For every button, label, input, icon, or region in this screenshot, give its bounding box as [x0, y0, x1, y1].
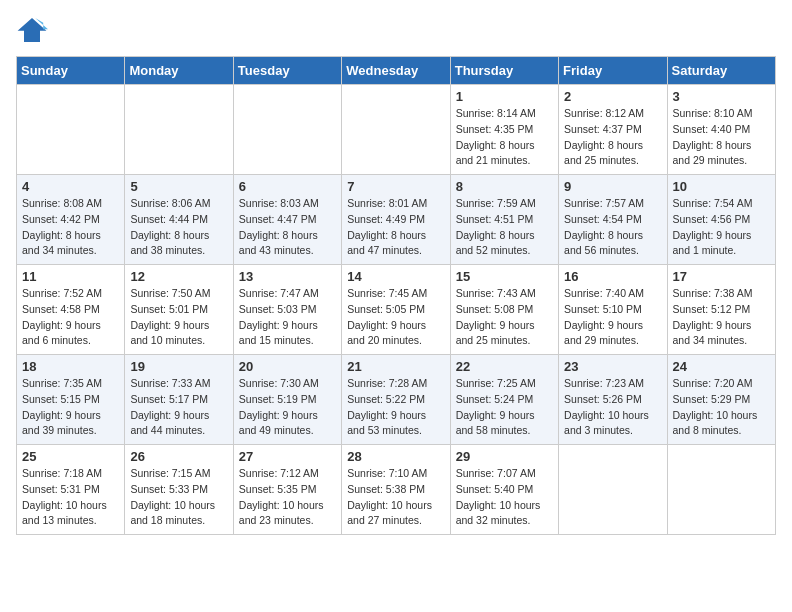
day-number: 12 [130, 269, 227, 284]
day-info: Sunrise: 7:15 AM Sunset: 5:33 PM Dayligh… [130, 466, 227, 529]
calendar-cell [667, 445, 775, 535]
calendar-cell: 24Sunrise: 7:20 AM Sunset: 5:29 PM Dayli… [667, 355, 775, 445]
calendar-cell: 26Sunrise: 7:15 AM Sunset: 5:33 PM Dayli… [125, 445, 233, 535]
day-number: 10 [673, 179, 770, 194]
day-number: 16 [564, 269, 661, 284]
day-info: Sunrise: 7:40 AM Sunset: 5:10 PM Dayligh… [564, 286, 661, 349]
calendar-cell: 15Sunrise: 7:43 AM Sunset: 5:08 PM Dayli… [450, 265, 558, 355]
day-number: 19 [130, 359, 227, 374]
day-info: Sunrise: 8:01 AM Sunset: 4:49 PM Dayligh… [347, 196, 444, 259]
weekday-header: Saturday [667, 57, 775, 85]
day-number: 7 [347, 179, 444, 194]
day-number: 8 [456, 179, 553, 194]
day-info: Sunrise: 7:35 AM Sunset: 5:15 PM Dayligh… [22, 376, 119, 439]
calendar-cell: 22Sunrise: 7:25 AM Sunset: 5:24 PM Dayli… [450, 355, 558, 445]
calendar-cell: 20Sunrise: 7:30 AM Sunset: 5:19 PM Dayli… [233, 355, 341, 445]
day-number: 24 [673, 359, 770, 374]
day-number: 13 [239, 269, 336, 284]
calendar-cell: 21Sunrise: 7:28 AM Sunset: 5:22 PM Dayli… [342, 355, 450, 445]
day-info: Sunrise: 7:33 AM Sunset: 5:17 PM Dayligh… [130, 376, 227, 439]
calendar-cell: 25Sunrise: 7:18 AM Sunset: 5:31 PM Dayli… [17, 445, 125, 535]
day-number: 5 [130, 179, 227, 194]
day-number: 28 [347, 449, 444, 464]
day-info: Sunrise: 8:10 AM Sunset: 4:40 PM Dayligh… [673, 106, 770, 169]
day-info: Sunrise: 7:28 AM Sunset: 5:22 PM Dayligh… [347, 376, 444, 439]
calendar-cell [17, 85, 125, 175]
day-info: Sunrise: 7:18 AM Sunset: 5:31 PM Dayligh… [22, 466, 119, 529]
calendar-cell: 7Sunrise: 8:01 AM Sunset: 4:49 PM Daylig… [342, 175, 450, 265]
day-number: 6 [239, 179, 336, 194]
calendar-cell [342, 85, 450, 175]
calendar-cell: 8Sunrise: 7:59 AM Sunset: 4:51 PM Daylig… [450, 175, 558, 265]
calendar-cell: 29Sunrise: 7:07 AM Sunset: 5:40 PM Dayli… [450, 445, 558, 535]
calendar-cell: 10Sunrise: 7:54 AM Sunset: 4:56 PM Dayli… [667, 175, 775, 265]
calendar-cell: 12Sunrise: 7:50 AM Sunset: 5:01 PM Dayli… [125, 265, 233, 355]
calendar-cell: 16Sunrise: 7:40 AM Sunset: 5:10 PM Dayli… [559, 265, 667, 355]
day-number: 29 [456, 449, 553, 464]
day-info: Sunrise: 8:03 AM Sunset: 4:47 PM Dayligh… [239, 196, 336, 259]
calendar-cell: 5Sunrise: 8:06 AM Sunset: 4:44 PM Daylig… [125, 175, 233, 265]
calendar-cell: 9Sunrise: 7:57 AM Sunset: 4:54 PM Daylig… [559, 175, 667, 265]
day-info: Sunrise: 7:52 AM Sunset: 4:58 PM Dayligh… [22, 286, 119, 349]
day-info: Sunrise: 7:57 AM Sunset: 4:54 PM Dayligh… [564, 196, 661, 259]
calendar-cell: 23Sunrise: 7:23 AM Sunset: 5:26 PM Dayli… [559, 355, 667, 445]
calendar-cell: 2Sunrise: 8:12 AM Sunset: 4:37 PM Daylig… [559, 85, 667, 175]
day-number: 25 [22, 449, 119, 464]
day-info: Sunrise: 7:45 AM Sunset: 5:05 PM Dayligh… [347, 286, 444, 349]
day-number: 11 [22, 269, 119, 284]
calendar-cell [233, 85, 341, 175]
day-number: 20 [239, 359, 336, 374]
day-number: 18 [22, 359, 119, 374]
day-info: Sunrise: 7:10 AM Sunset: 5:38 PM Dayligh… [347, 466, 444, 529]
calendar-table: SundayMondayTuesdayWednesdayThursdayFrid… [16, 56, 776, 535]
day-number: 23 [564, 359, 661, 374]
day-number: 27 [239, 449, 336, 464]
calendar-cell: 6Sunrise: 8:03 AM Sunset: 4:47 PM Daylig… [233, 175, 341, 265]
calendar-cell: 28Sunrise: 7:10 AM Sunset: 5:38 PM Dayli… [342, 445, 450, 535]
calendar-cell: 18Sunrise: 7:35 AM Sunset: 5:15 PM Dayli… [17, 355, 125, 445]
calendar-cell [125, 85, 233, 175]
day-info: Sunrise: 8:14 AM Sunset: 4:35 PM Dayligh… [456, 106, 553, 169]
weekday-header: Thursday [450, 57, 558, 85]
logo-icon [16, 16, 48, 44]
weekday-header: Wednesday [342, 57, 450, 85]
day-info: Sunrise: 7:38 AM Sunset: 5:12 PM Dayligh… [673, 286, 770, 349]
calendar-cell: 17Sunrise: 7:38 AM Sunset: 5:12 PM Dayli… [667, 265, 775, 355]
day-info: Sunrise: 7:30 AM Sunset: 5:19 PM Dayligh… [239, 376, 336, 439]
day-number: 2 [564, 89, 661, 104]
day-info: Sunrise: 8:06 AM Sunset: 4:44 PM Dayligh… [130, 196, 227, 259]
day-info: Sunrise: 7:20 AM Sunset: 5:29 PM Dayligh… [673, 376, 770, 439]
day-info: Sunrise: 7:07 AM Sunset: 5:40 PM Dayligh… [456, 466, 553, 529]
day-info: Sunrise: 7:12 AM Sunset: 5:35 PM Dayligh… [239, 466, 336, 529]
day-number: 9 [564, 179, 661, 194]
calendar-cell: 14Sunrise: 7:45 AM Sunset: 5:05 PM Dayli… [342, 265, 450, 355]
weekday-header: Monday [125, 57, 233, 85]
day-info: Sunrise: 8:12 AM Sunset: 4:37 PM Dayligh… [564, 106, 661, 169]
weekday-header: Tuesday [233, 57, 341, 85]
day-number: 26 [130, 449, 227, 464]
calendar-cell: 4Sunrise: 8:08 AM Sunset: 4:42 PM Daylig… [17, 175, 125, 265]
header-area [16, 16, 776, 44]
calendar-cell: 3Sunrise: 8:10 AM Sunset: 4:40 PM Daylig… [667, 85, 775, 175]
day-number: 1 [456, 89, 553, 104]
weekday-header: Friday [559, 57, 667, 85]
calendar-cell: 1Sunrise: 8:14 AM Sunset: 4:35 PM Daylig… [450, 85, 558, 175]
calendar-cell: 27Sunrise: 7:12 AM Sunset: 5:35 PM Dayli… [233, 445, 341, 535]
svg-marker-0 [18, 18, 47, 42]
day-number: 17 [673, 269, 770, 284]
day-info: Sunrise: 7:54 AM Sunset: 4:56 PM Dayligh… [673, 196, 770, 259]
day-info: Sunrise: 7:25 AM Sunset: 5:24 PM Dayligh… [456, 376, 553, 439]
day-info: Sunrise: 7:23 AM Sunset: 5:26 PM Dayligh… [564, 376, 661, 439]
day-number: 21 [347, 359, 444, 374]
day-info: Sunrise: 7:43 AM Sunset: 5:08 PM Dayligh… [456, 286, 553, 349]
day-info: Sunrise: 7:47 AM Sunset: 5:03 PM Dayligh… [239, 286, 336, 349]
day-number: 3 [673, 89, 770, 104]
day-number: 14 [347, 269, 444, 284]
day-info: Sunrise: 7:59 AM Sunset: 4:51 PM Dayligh… [456, 196, 553, 259]
day-number: 4 [22, 179, 119, 194]
calendar-cell: 11Sunrise: 7:52 AM Sunset: 4:58 PM Dayli… [17, 265, 125, 355]
logo [16, 16, 52, 44]
day-number: 15 [456, 269, 553, 284]
weekday-header: Sunday [17, 57, 125, 85]
calendar-cell: 13Sunrise: 7:47 AM Sunset: 5:03 PM Dayli… [233, 265, 341, 355]
